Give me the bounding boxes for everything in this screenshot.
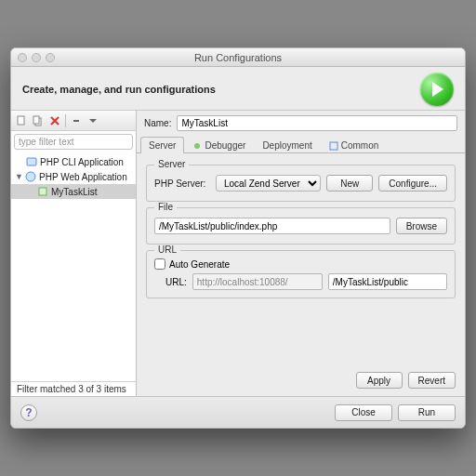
- revert-button[interactable]: Revert: [408, 372, 456, 389]
- new-server-button[interactable]: New: [326, 175, 373, 192]
- browse-button[interactable]: Browse: [396, 218, 447, 234]
- tab-server[interactable]: Server: [140, 137, 184, 153]
- window-title: Run Configurations: [11, 52, 465, 63]
- footer: ? Close Run: [11, 396, 465, 428]
- server-legend: Server: [154, 159, 189, 169]
- configure-server-button[interactable]: Configure...: [378, 175, 447, 192]
- help-button[interactable]: ?: [20, 404, 37, 421]
- server-panel: Server PHP Server: Local Zend Server New…: [137, 153, 465, 368]
- url-group: URL Auto Generate URL:: [146, 250, 456, 298]
- launch-config-icon: [37, 186, 48, 197]
- auto-generate-label: Auto Generate: [169, 259, 230, 270]
- auto-generate-input[interactable]: [154, 258, 165, 270]
- tab-deployment[interactable]: Deployment: [254, 137, 320, 153]
- sidebar-toolbar: [11, 111, 136, 131]
- svg-rect-2: [33, 116, 39, 124]
- svg-rect-0: [18, 116, 24, 125]
- php-web-icon: [25, 171, 36, 182]
- disclosure-triangle-icon[interactable]: ▼: [15, 172, 22, 181]
- tab-debugger[interactable]: Debugger: [184, 137, 254, 153]
- run-button[interactable]: Run: [398, 404, 456, 421]
- body: type filter text PHP CLI Application ▼ P…: [11, 111, 465, 396]
- php-server-select[interactable]: Local Zend Server: [216, 175, 321, 192]
- titlebar: Run Configurations: [11, 48, 465, 67]
- collapse-all-icon[interactable]: [70, 114, 83, 127]
- url-label: URL:: [165, 277, 187, 287]
- filter-status: Filter matched 3 of 3 items: [11, 381, 136, 396]
- svg-rect-4: [27, 158, 36, 165]
- close-button[interactable]: Close: [335, 404, 392, 421]
- php-server-label: PHP Server:: [154, 178, 210, 189]
- tree-item-label: PHP Web Application: [39, 172, 127, 182]
- name-label: Name:: [144, 118, 171, 128]
- run-large-icon: [420, 73, 454, 106]
- sidebar: type filter text PHP CLI Application ▼ P…: [11, 111, 137, 396]
- svg-rect-3: [73, 120, 79, 122]
- new-config-icon[interactable]: [15, 114, 28, 127]
- debugger-icon: [192, 141, 202, 151]
- delete-config-icon[interactable]: [48, 114, 61, 127]
- tab-label: Deployment: [262, 140, 311, 151]
- file-legend: File: [154, 202, 177, 212]
- config-tree: PHP CLI Application ▼ PHP Web Applicatio…: [11, 152, 136, 381]
- tab-common[interactable]: Common: [321, 137, 388, 153]
- content: Name: Server Debugger Deployment Common …: [137, 111, 465, 396]
- url-base-input: [192, 273, 323, 290]
- tab-label: Server: [149, 140, 176, 151]
- panel-actions: Apply Revert: [137, 368, 465, 396]
- svg-rect-8: [330, 142, 337, 150]
- toolbar-separator: [65, 114, 66, 127]
- svg-point-7: [194, 143, 200, 149]
- tree-item-php-web[interactable]: ▼ PHP Web Application: [11, 169, 136, 184]
- filter-menu-icon[interactable]: [86, 114, 99, 127]
- header: Create, manage, and run configurations: [11, 67, 465, 111]
- auto-generate-checkbox[interactable]: Auto Generate: [154, 258, 447, 270]
- php-cli-icon: [26, 156, 37, 167]
- url-legend: URL: [154, 245, 180, 255]
- tab-label: Common: [341, 140, 379, 151]
- tab-label: Debugger: [205, 140, 245, 151]
- tree-item-label: PHP CLI Application: [40, 157, 124, 167]
- tree-item-php-cli[interactable]: PHP CLI Application: [11, 154, 136, 169]
- common-icon: [329, 141, 338, 151]
- apply-button[interactable]: Apply: [356, 372, 403, 389]
- name-input[interactable]: [177, 115, 457, 131]
- svg-rect-6: [39, 188, 46, 195]
- name-row: Name:: [137, 111, 465, 136]
- server-group: Server PHP Server: Local Zend Server New…: [146, 165, 456, 202]
- header-title: Create, manage, and run configurations: [22, 84, 216, 95]
- file-path-input[interactable]: [154, 218, 390, 234]
- url-path-input[interactable]: [328, 273, 447, 290]
- tree-item-mytasklist[interactable]: MyTaskList: [11, 184, 136, 199]
- duplicate-config-icon[interactable]: [32, 114, 45, 127]
- tabs: Server Debugger Deployment Common: [137, 136, 465, 153]
- window: Run Configurations Create, manage, and r…: [10, 47, 466, 429]
- tree-item-label: MyTaskList: [51, 187, 97, 197]
- file-group: File Browse: [146, 207, 456, 245]
- filter-input[interactable]: type filter text: [14, 134, 133, 150]
- svg-point-5: [26, 172, 35, 181]
